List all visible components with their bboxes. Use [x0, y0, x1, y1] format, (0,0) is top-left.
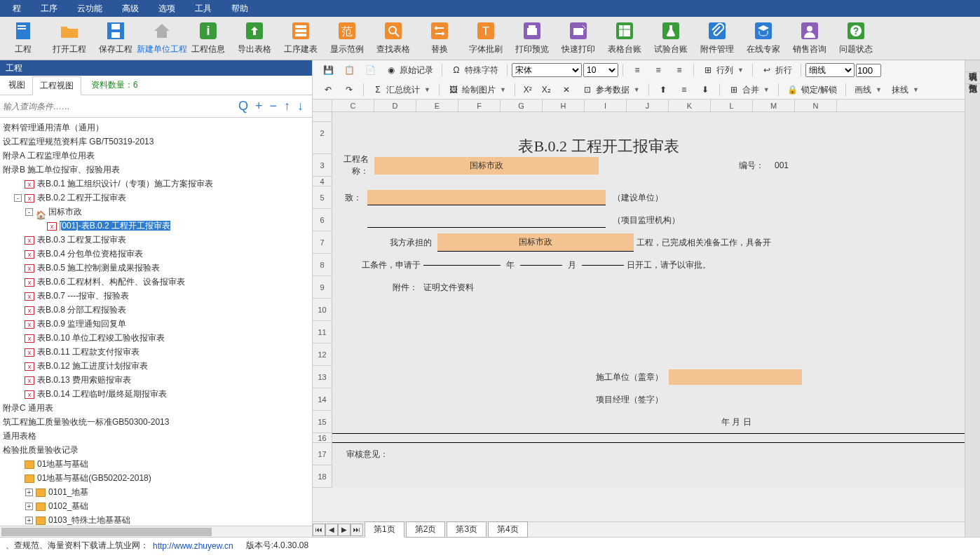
- horizontal-scrollbar[interactable]: [0, 526, 312, 537]
- sheet-tab[interactable]: 第3页: [447, 521, 486, 538]
- toolbar-test[interactable]: 试验台账: [648, 20, 694, 55]
- sheet-tab[interactable]: 第4页: [488, 521, 528, 538]
- rtool-vb[interactable]: ⬇: [695, 83, 715, 97]
- menu-item[interactable]: 高级: [112, 0, 149, 17]
- rtool-row[interactable]: ⊞行列▼: [698, 63, 748, 78]
- rtool-disk[interactable]: 💾: [318, 63, 338, 77]
- tree-node[interactable]: +0101_地基: [0, 485, 312, 499]
- tree-node[interactable]: 检验批质量验收记录: [0, 443, 312, 457]
- tree-node[interactable]: x表B.0.7 ----报审、报验表: [0, 289, 312, 303]
- tree-node[interactable]: x表B.0.5 施工控制测量成果报验表: [0, 261, 312, 275]
- tree-node[interactable]: x[001]-表B.0.2 工程开工报审表: [0, 219, 312, 233]
- sheet-tab[interactable]: 第2页: [406, 521, 446, 538]
- toolbar-template[interactable]: 范显示范例: [324, 20, 370, 55]
- tree-node[interactable]: 通用表格: [0, 429, 312, 443]
- vtab-example-preview[interactable]: 范例预览: [965, 72, 980, 84]
- tab-project-view[interactable]: 工程视图: [32, 76, 81, 95]
- toolbar-attach[interactable]: 附件管理: [694, 20, 740, 55]
- toolbar-sales[interactable]: 销售咨询: [787, 20, 833, 55]
- remove-icon[interactable]: −: [269, 99, 277, 114]
- proj-name-cell[interactable]: 国标市政: [374, 157, 599, 175]
- tree-node[interactable]: x表B.0.11 工程款支付报审表: [0, 345, 312, 359]
- tree-node[interactable]: x表B.0.3 工程复工报审表: [0, 233, 312, 247]
- tree-node[interactable]: 01地基与基础(GB50202-2018): [0, 471, 312, 485]
- rtool-ar[interactable]: ≡: [669, 63, 689, 77]
- tree-node[interactable]: 附录C 通用表: [0, 401, 312, 415]
- toolbar-font[interactable]: T字体批刷: [463, 20, 509, 55]
- expand-icon[interactable]: +: [25, 503, 33, 510]
- expand-icon[interactable]: -: [14, 194, 22, 202]
- toolbar-build[interactable]: 工序建表: [278, 20, 324, 55]
- search-icon[interactable]: Q: [238, 99, 248, 114]
- day-input[interactable]: [582, 265, 624, 266]
- tree-node[interactable]: x表B.0.1 施工组织设计/（专项）施工方案报审表: [0, 177, 312, 191]
- proj2-cell[interactable]: 国标市政: [437, 233, 634, 252]
- tree-node[interactable]: 附录A 工程监理单位用表: [0, 149, 312, 163]
- num-cell[interactable]: 001: [764, 161, 799, 170]
- toolbar-folder-open[interactable]: 打开工程: [46, 20, 93, 55]
- rtool-ac[interactable]: ≡: [648, 63, 668, 77]
- website-link[interactable]: http://www.zhuyew.cn: [153, 541, 233, 551]
- rtool-X²[interactable]: X²: [519, 83, 536, 96]
- toolbar-print[interactable]: 打印预览: [509, 20, 555, 55]
- tree-node[interactable]: 01地基与基础: [0, 457, 312, 471]
- rtool-redo[interactable]: ↷: [339, 83, 359, 97]
- toolbar-search[interactable]: 查找表格: [370, 20, 416, 55]
- rtool-orig[interactable]: ◉原始记录: [381, 63, 437, 78]
- expand-icon[interactable]: +: [25, 489, 33, 496]
- tree-node[interactable]: x表B.0.14 工程临时/最终延期报审表: [0, 387, 312, 401]
- rtool-paste[interactable]: 📄: [360, 63, 380, 77]
- sheet-grid[interactable]: 表B.0.2 工程开工报审表 工程名称： 国标市政 编号： 001 致：: [332, 112, 980, 488]
- menu-item[interactable]: 云功能: [67, 0, 112, 17]
- menu-item[interactable]: 工具: [185, 0, 222, 17]
- menu-item[interactable]: 程: [3, 0, 31, 17]
- rtool-sum[interactable]: Σ汇总统计▼: [368, 83, 435, 97]
- tree-node[interactable]: 筑工程施工质量验收统一标准GB50300-2013: [0, 415, 312, 429]
- month-input[interactable]: [520, 265, 562, 266]
- search-input[interactable]: [3, 102, 238, 111]
- tree-node[interactable]: -🏠国标市政: [0, 205, 312, 219]
- toolbar-ledger[interactable]: 表格台账: [601, 20, 648, 55]
- rtool-del[interactable]: ✕: [557, 83, 576, 97]
- tree-node[interactable]: 资料管理通用清单（通用）: [0, 121, 312, 135]
- toolbar-expert[interactable]: 在线专家: [740, 20, 787, 55]
- next-page-icon[interactable]: ▶: [338, 524, 351, 536]
- menu-item[interactable]: 工序: [31, 0, 67, 17]
- tree-node[interactable]: x表B.0.6 工程材料、构配件、设备报审表: [0, 275, 312, 289]
- menu-item[interactable]: 选项: [149, 0, 185, 17]
- vtab-instructions[interactable]: 填表说明: [965, 60, 980, 72]
- expand-icon[interactable]: -: [25, 208, 33, 216]
- supervision-unit-input[interactable]: [367, 212, 606, 228]
- tab-view[interactable]: 视图: [1, 76, 32, 94]
- add-icon[interactable]: +: [255, 99, 263, 114]
- tree-node[interactable]: x表B.0.8 分部工程报验表: [0, 303, 312, 317]
- last-page-icon[interactable]: ⏭: [351, 524, 363, 536]
- tree-node[interactable]: x表B.0.4 分包单位资格报审表: [0, 247, 312, 261]
- tree-node[interactable]: x表B.0.13 费用索赔报审表: [0, 373, 312, 387]
- menu-item[interactable]: 帮助: [222, 0, 258, 17]
- toolbar-file-blue[interactable]: 工程: [0, 20, 46, 55]
- rtool-copy[interactable]: 📋: [339, 63, 359, 77]
- tree-node[interactable]: 设工程监理规范资料库 GB/T50319-2013: [0, 135, 312, 149]
- rtool-vt[interactable]: ⬆: [653, 83, 673, 97]
- rtool-画线[interactable]: 画线▼: [850, 83, 886, 97]
- rtool-omega[interactable]: Ω特殊字符: [447, 63, 503, 78]
- tree-node[interactable]: x表B.0.10 单位工程竣工验收报审表: [0, 331, 312, 345]
- rtool-merge[interactable]: ⊞合并▼: [724, 83, 774, 97]
- spreadsheet-area[interactable]: C D E F G H I J K L M N 2: [313, 100, 980, 521]
- tree-node[interactable]: +0103_特殊土地基基础: [0, 513, 312, 526]
- tree-node[interactable]: +0102_基础: [0, 499, 312, 513]
- rtool-vm[interactable]: ≡: [674, 83, 694, 97]
- rtool-lock[interactable]: 🔒锁定/解锁: [783, 83, 841, 97]
- toolbar-status[interactable]: ?问题状态: [833, 20, 879, 55]
- rtool-抹线[interactable]: 抹线▼: [887, 83, 923, 97]
- toolbar-info[interactable]: i工程信息: [185, 20, 231, 55]
- line-style-select[interactable]: 细线: [805, 63, 855, 77]
- toolbar-export[interactable]: 导出表格: [231, 20, 278, 55]
- rtool-wrap[interactable]: ↩折行: [757, 63, 796, 78]
- year-input[interactable]: [423, 265, 501, 266]
- tree-node[interactable]: 附录B 施工单位报审、报验用表: [0, 163, 312, 177]
- first-page-icon[interactable]: ⏮: [313, 524, 325, 536]
- row-headers[interactable]: 2 3 4 5 6 7 8 9 10 11 12 13 14 15: [313, 112, 332, 488]
- construction-seal-cell[interactable]: [669, 369, 802, 385]
